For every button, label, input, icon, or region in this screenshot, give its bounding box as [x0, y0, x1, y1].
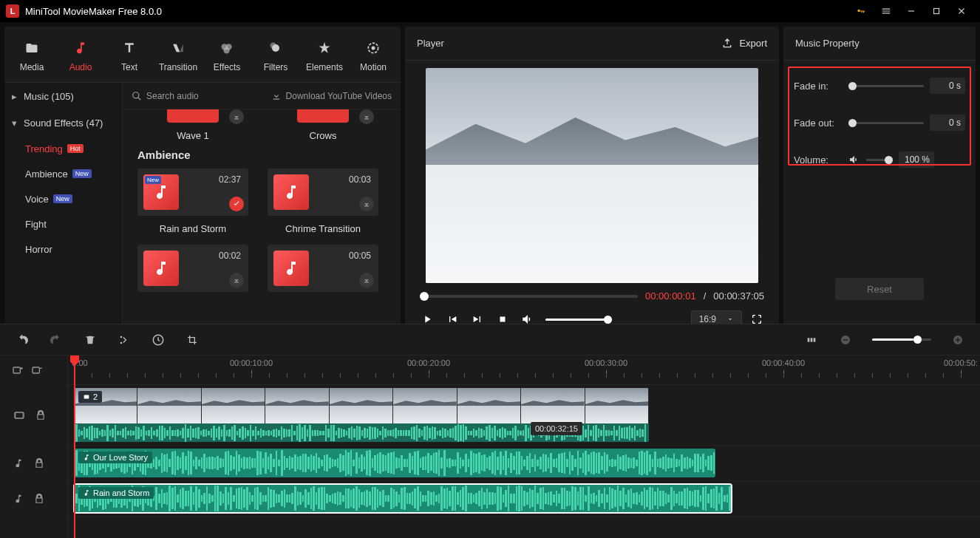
- download-icon: [271, 91, 282, 101]
- clip-label: Our Love Story: [78, 452, 152, 463]
- player-panel: Player Export 00:00:00:01 / 00:00:37:05: [405, 27, 779, 337]
- export-button[interactable]: Export: [721, 38, 767, 50]
- timeline-panel: 0:00 00:00:10:0000:00:20:0000:00:30:0000…: [0, 324, 980, 538]
- download-icon[interactable]: [229, 109, 244, 124]
- playhead[interactable]: [74, 355, 75, 538]
- clip-label: Rain and Storm: [78, 487, 154, 499]
- music-note-icon: [273, 174, 309, 210]
- svg-rect-20: [13, 367, 20, 373]
- svg-rect-0: [908, 10, 914, 11]
- undo-button[interactable]: [15, 333, 30, 347]
- audio-card[interactable]: 00:05: [268, 245, 378, 292]
- timeline-tracks[interactable]: 0:00 00:00:10:0000:00:20:0000:00:30:0000…: [68, 355, 980, 538]
- tab-text[interactable]: Text: [105, 37, 154, 72]
- redo-button[interactable]: [49, 333, 64, 347]
- audio-track-2-header: [0, 481, 67, 517]
- svg-point-8: [372, 46, 375, 50]
- fade-out-value[interactable]: 0 s: [930, 115, 965, 131]
- new-badge: New: [145, 176, 161, 184]
- category-title: Ambience: [137, 149, 393, 161]
- audio-clip-our-love-story[interactable]: Our Love Story: [74, 449, 715, 477]
- audio-track-1[interactable]: Our Love Story: [68, 446, 980, 481]
- audio-card[interactable]: 00:02: [137, 245, 248, 292]
- delete-button[interactable]: [83, 333, 98, 347]
- tab-motion[interactable]: Motion: [349, 37, 398, 72]
- search-input[interactable]: Search audio: [132, 91, 265, 101]
- audio-track-2[interactable]: Rain and Storm: [68, 481, 980, 517]
- sidebar-item-trending[interactable]: TrendingHot: [4, 136, 122, 161]
- volume-slider[interactable]: [545, 319, 612, 321]
- close-button[interactable]: [949, 0, 974, 22]
- audio-card-chrime-transition[interactable]: 00:03 Chrime Transition: [268, 168, 378, 234]
- reset-button[interactable]: Reset: [835, 278, 924, 300]
- tab-effects[interactable]: Effects: [203, 37, 251, 72]
- player-title: Player: [417, 38, 444, 49]
- svg-rect-14: [814, 338, 816, 341]
- lock-icon[interactable]: [34, 458, 44, 469]
- tab-elements[interactable]: Elements: [300, 37, 349, 72]
- property-panel: Music Property ▸ Fade in: 0 s Fade out: …: [783, 27, 976, 337]
- sidebar-item-fight[interactable]: Fight: [4, 211, 122, 236]
- youtube-download-link[interactable]: Download YouTube Videos: [271, 91, 392, 101]
- music-note-icon: [13, 458, 24, 469]
- audio-card[interactable]: Crows: [268, 109, 378, 141]
- audio-clip-rain-and-storm[interactable]: Rain and Storm: [74, 484, 732, 513]
- speed-button[interactable]: [151, 333, 166, 347]
- music-note-icon: [13, 494, 24, 504]
- lock-icon[interactable]: [35, 410, 46, 420]
- seek-slider[interactable]: [420, 295, 638, 298]
- svg-point-9: [133, 92, 139, 98]
- sidebar-item-voice[interactable]: VoiceNew: [4, 186, 122, 211]
- sidebar-item-horror[interactable]: Horror: [4, 236, 122, 262]
- timeline-ruler[interactable]: 0:00 00:00:10:0000:00:20:0000:00:30:0000…: [68, 355, 980, 385]
- zoom-in-button[interactable]: [950, 333, 965, 347]
- split-button[interactable]: [117, 333, 132, 347]
- library-search-bar: Search audio Download YouTube Videos: [123, 83, 401, 109]
- fade-in-value[interactable]: 0 s: [930, 78, 965, 94]
- key-icon[interactable]: [848, 0, 874, 22]
- sidebar-item-ambience[interactable]: AmbienceNew: [4, 161, 122, 186]
- video-track-icon: [13, 409, 25, 421]
- export-icon: [721, 38, 733, 50]
- video-clip[interactable]: 2 00:00:32:15: [74, 388, 649, 442]
- lock-icon[interactable]: [34, 494, 44, 504]
- app-logo-icon: L: [6, 4, 19, 18]
- video-preview[interactable]: [426, 68, 758, 283]
- svg-rect-23: [15, 412, 16, 418]
- zoom-out-button[interactable]: [838, 333, 853, 347]
- music-note-icon: [273, 251, 309, 286]
- maximize-button[interactable]: [924, 0, 949, 22]
- add-track-icon[interactable]: [12, 364, 24, 376]
- volume-value[interactable]: 100 %: [899, 151, 934, 168]
- download-icon[interactable]: [359, 109, 374, 124]
- library-sidebar: ▸Music (105) ▾Sound Effects (47) Trendin…: [4, 83, 123, 337]
- zoom-slider[interactable]: [872, 338, 931, 341]
- audio-card-rain-and-storm[interactable]: New02:37 Rain and Storm: [137, 168, 248, 234]
- fade-in-slider[interactable]: [848, 85, 924, 87]
- fit-button[interactable]: [804, 333, 819, 347]
- download-icon[interactable]: [229, 273, 244, 287]
- new-badge: New: [53, 194, 72, 203]
- sidebar-section-music[interactable]: ▸Music (105): [4, 83, 122, 109]
- audio-card[interactable]: Wave 1: [137, 109, 248, 141]
- fade-out-slider[interactable]: [848, 122, 924, 124]
- tab-audio[interactable]: Audio: [56, 37, 105, 72]
- svg-rect-21: [33, 367, 39, 373]
- new-badge: New: [72, 169, 92, 178]
- total-time: 00:00:37:05: [713, 290, 764, 302]
- download-icon[interactable]: [359, 273, 374, 287]
- timeline-toolbar: [0, 324, 980, 355]
- tab-media[interactable]: Media: [7, 37, 56, 72]
- remove-track-icon[interactable]: [31, 364, 43, 376]
- volume-slider[interactable]: [866, 159, 893, 161]
- crop-button[interactable]: [185, 333, 200, 347]
- download-icon[interactable]: [359, 197, 374, 211]
- svg-rect-19: [957, 337, 958, 342]
- tab-transition[interactable]: Transition: [154, 37, 203, 72]
- menu-icon[interactable]: [874, 0, 899, 22]
- video-track[interactable]: 2 00:00:32:15: [68, 385, 980, 446]
- sidebar-section-sound-effects[interactable]: ▾Sound Effects (47): [4, 109, 122, 136]
- minimize-button[interactable]: [899, 0, 924, 22]
- check-icon[interactable]: [229, 197, 244, 211]
- tab-filters[interactable]: Filters: [251, 37, 300, 72]
